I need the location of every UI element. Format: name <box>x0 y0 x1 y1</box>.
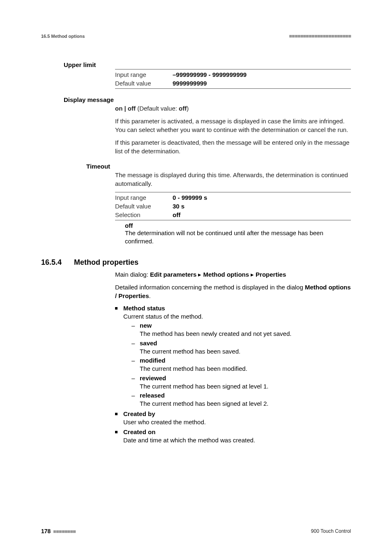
status-sublist: new The method has been newly created an… <box>131 321 351 408</box>
main-dialog-label: Main dialog: <box>115 271 150 278</box>
timeout-off-desc: The determination will not be continued … <box>125 229 351 246</box>
page-number: 178 <box>41 528 51 534</box>
table-row: Input range –999999999 - 9999999999 <box>115 70 351 79</box>
display-message-term: Display message <box>64 96 351 103</box>
list-item: new The method has been newly created an… <box>131 321 351 338</box>
table-row: Input range 0 - 999999 s <box>115 193 351 202</box>
main-dialog-step: Method options <box>203 271 249 278</box>
param-value: –999999999 - 9999999999 <box>173 70 247 79</box>
header-section-label: 16.5 Method options <box>41 34 85 39</box>
list-item: Method status Current status of the meth… <box>115 304 351 408</box>
param-label: Input range <box>115 193 173 202</box>
list-item: Created on Date and time at which the me… <box>115 428 351 445</box>
sub-title: modified <box>140 357 166 364</box>
param-label: Default value <box>115 202 173 210</box>
upper-limit-table: Input range –999999999 - 9999999999 Defa… <box>115 69 351 89</box>
timeout-block: Timeout The message is displayed during … <box>41 163 351 246</box>
footer-left: 178 ■■■■■■■■ <box>41 528 76 534</box>
sub-title: released <box>140 392 165 399</box>
sub-title: reviewed <box>140 375 166 382</box>
section-number: 16.5.4 <box>41 258 74 267</box>
table-row: Default value 30 s <box>115 202 351 210</box>
properties-list: Method status Current status of the meth… <box>115 304 351 445</box>
timeout-table: Input range 0 - 999999 s Default value 3… <box>115 192 351 220</box>
section-intro: Detailed information concerning the meth… <box>115 283 351 300</box>
table-row: Default value 9999999999 <box>115 79 351 88</box>
main-dialog-step: Edit parameters <box>150 271 196 278</box>
triangle-icon: ▸ <box>196 270 203 279</box>
display-message-onoff: on | off (Default value: off) <box>115 104 351 113</box>
list-item: modified The current method has been mod… <box>131 356 351 373</box>
default-label-close: ) <box>187 105 189 112</box>
sub-desc: The current method has been signed at le… <box>140 400 269 407</box>
main-dialog-step: Properties <box>256 271 286 278</box>
page-footer: 178 ■■■■■■■■ 900 Touch Control <box>41 528 351 534</box>
footer-decor: ■■■■■■■■ <box>53 528 76 534</box>
timeout-intro: The message is displayed during this tim… <box>115 171 351 188</box>
item-desc: Current status of the method. <box>123 313 203 320</box>
page-header: 16.5 Method options ■■■■■■■■■■■■■■■■■■■■… <box>41 33 351 41</box>
item-title: Created on <box>123 428 155 435</box>
param-value: 30 s <box>173 202 184 210</box>
timeout-off-block: off The determination will not be contin… <box>125 222 351 246</box>
sub-desc: The current method has been modified. <box>140 365 247 372</box>
section-title: Method properties <box>74 258 138 267</box>
header-decor: ■■■■■■■■■■■■■■■■■■■■■■ <box>289 33 351 39</box>
timeout-off-title: off <box>125 222 351 229</box>
sub-desc: The method has been newly created and no… <box>140 330 291 337</box>
item-desc: Date and time at which the method was cr… <box>123 437 255 444</box>
display-message-para2: If this parameter is deactivated, then t… <box>115 138 351 155</box>
footer-right: 900 Touch Control <box>311 528 351 534</box>
param-label: Input range <box>115 70 173 79</box>
list-item: released The current method has been sig… <box>131 391 351 408</box>
default-value: off <box>179 105 187 112</box>
item-title: Method status <box>123 305 165 312</box>
upper-limit-term: Upper limit <box>64 61 351 68</box>
section-heading: 16.5.4 Method properties <box>41 258 351 267</box>
sub-desc: The current method has been saved. <box>140 348 240 355</box>
sub-title: new <box>140 322 152 329</box>
table-row: Selection off <box>115 210 351 219</box>
list-item: Created by User who created the method. <box>115 410 351 427</box>
list-item: saved The current method has been saved. <box>131 339 351 356</box>
param-label: Default value <box>115 79 173 88</box>
triangle-icon: ▸ <box>249 270 256 279</box>
upper-limit-block: Upper limit Input range –999999999 - 999… <box>41 61 351 89</box>
list-item: reviewed The current method has been sig… <box>131 374 351 391</box>
item-title: Created by <box>123 410 155 417</box>
param-label: Selection <box>115 210 173 219</box>
onoff-values: on | off <box>115 105 136 112</box>
timeout-term: Timeout <box>86 163 351 170</box>
display-message-block: Display message on | off (Default value:… <box>41 96 351 155</box>
default-label-open: (Default value: <box>136 105 179 112</box>
section-intro-a: Detailed information concerning the meth… <box>115 284 305 291</box>
param-value: off <box>173 210 180 219</box>
item-desc: User who created the method. <box>123 419 206 426</box>
display-message-para1: If this parameter is activated, a messag… <box>115 117 351 134</box>
main-dialog-path: Main dialog: Edit parameters▸Method opti… <box>115 270 351 279</box>
section-intro-c: . <box>149 292 151 299</box>
param-value: 0 - 999999 s <box>173 193 207 202</box>
sub-desc: The current method has been signed at le… <box>140 383 269 390</box>
param-value: 9999999999 <box>173 79 207 88</box>
sub-title: saved <box>140 340 157 347</box>
